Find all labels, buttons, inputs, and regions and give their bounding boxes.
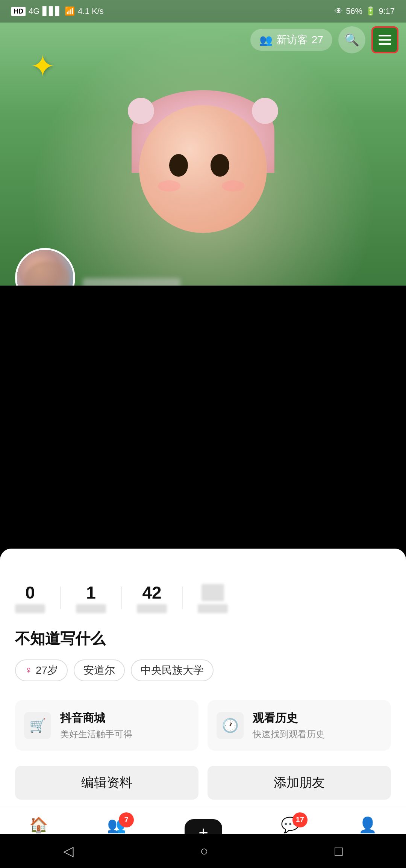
status-right: 👁 56% 🔋 9:17 [335, 6, 395, 16]
gender-icon: ♀ [25, 664, 33, 676]
shop-info: 抖音商城 美好生活触手可得 [60, 711, 132, 740]
search-icon: 🔍 [344, 33, 359, 47]
menu-button[interactable] [371, 26, 398, 53]
stat-divider-3 [182, 587, 183, 609]
cover-character [132, 105, 274, 263]
history-desc: 快速找到观看历史 [253, 728, 325, 740]
history-title: 观看历史 [253, 711, 325, 726]
followers-count: 1 [86, 582, 96, 603]
school-tag[interactable]: 中央民族大学 [131, 659, 214, 681]
char-head [139, 105, 267, 233]
recent-button[interactable]: □ [335, 843, 343, 859]
history-icon: 🕐 [217, 712, 244, 739]
tags-row: ♀ 27岁 安道尔 中央民族大学 [15, 659, 391, 681]
visitors-button[interactable]: 👥 新访客 27 [250, 29, 332, 51]
bio-text: 不知道写什么 [15, 628, 391, 649]
username-blur [83, 278, 180, 286]
char-ear-left [128, 98, 154, 124]
wifi-icon: 📶 [65, 6, 75, 16]
char-ear-right [252, 98, 278, 124]
shop-title: 抖音商城 [60, 711, 132, 726]
visitors-label: 新访客 [276, 33, 308, 47]
signal-bars: ▋▋▋ [42, 6, 62, 16]
action-row: 编辑资料 添加朋友 [15, 766, 391, 800]
location-value: 安道尔 [83, 663, 115, 677]
following-count: 0 [25, 582, 35, 603]
avatar-image [17, 250, 73, 286]
shop-desc: 美好生活触手可得 [60, 728, 132, 740]
shop-icon: 🛒 [24, 712, 51, 739]
school-value: 中央民族大学 [141, 663, 204, 677]
age-tag[interactable]: ♀ 27岁 [15, 659, 68, 681]
hd-icon: HD [11, 7, 26, 16]
profile-cover: ✦ 👥 新访客 27 🔍 [0, 0, 406, 286]
me-icon: 👤 [358, 816, 377, 834]
avatar-container [15, 248, 75, 286]
location-tag[interactable]: 安道尔 [74, 659, 125, 681]
edit-profile-button[interactable]: 编辑资料 [15, 766, 198, 800]
avatar[interactable] [15, 248, 75, 286]
gold-star-decoration: ✦ [30, 49, 55, 84]
back-button[interactable]: ◁ [63, 843, 74, 859]
visitors-count: 27 [312, 34, 323, 46]
battery-pct: 56% [346, 6, 362, 16]
hamburger-icon [379, 35, 391, 45]
stats-row: 0 1 42 [15, 579, 391, 613]
visitors-icon: 👥 [259, 34, 273, 46]
messages-badge: 17 [292, 812, 308, 827]
stat-followers[interactable]: 1 [76, 582, 106, 613]
stat-following[interactable]: 0 [15, 582, 45, 613]
battery-icon: 🔋 [365, 6, 376, 16]
age-value: 27岁 [36, 663, 58, 677]
clock: 9:17 [379, 6, 395, 16]
home-button[interactable]: ○ [200, 843, 208, 859]
search-button[interactable]: 🔍 [338, 26, 365, 53]
home-icon: 🏠 [29, 816, 48, 834]
status-bar: HD 4G ▋▋▋ 📶 4.1 K/s 👁 56% 🔋 9:17 [0, 0, 406, 23]
add-friend-button[interactable]: 添加朋友 [208, 766, 391, 800]
likes-label-blur [137, 604, 167, 613]
history-card[interactable]: 🕐 观看历史 快速找到观看历史 [208, 700, 391, 751]
following-label-blur [15, 604, 45, 613]
friends-badge: 7 [119, 812, 134, 827]
history-info: 观看历史 快速找到观看历史 [253, 711, 325, 740]
cover-username [83, 278, 180, 286]
stat-friends[interactable] [198, 582, 228, 613]
stat-divider-1 [60, 587, 61, 609]
friends-label-blur [198, 604, 228, 613]
shop-card[interactable]: 🛒 抖音商城 美好生活触手可得 [15, 700, 198, 751]
eye-icon: 👁 [335, 6, 343, 16]
android-nav-bar: ◁ ○ □ [0, 834, 406, 868]
service-row: 🛒 抖音商城 美好生活触手可得 🕐 观看历史 快速找到观看历史 [15, 700, 391, 751]
status-left: HD 4G ▋▋▋ 📶 4.1 K/s [11, 6, 104, 16]
network-icon: 4G [29, 6, 39, 16]
likes-count: 42 [142, 582, 161, 603]
stat-likes[interactable]: 42 [137, 582, 167, 613]
speed: 4.1 K/s [78, 6, 103, 16]
top-actions: 👥 新访客 27 🔍 [0, 26, 406, 53]
stat-divider-2 [121, 587, 122, 609]
followers-label-blur [76, 604, 106, 613]
friends-count-blur [201, 584, 224, 601]
